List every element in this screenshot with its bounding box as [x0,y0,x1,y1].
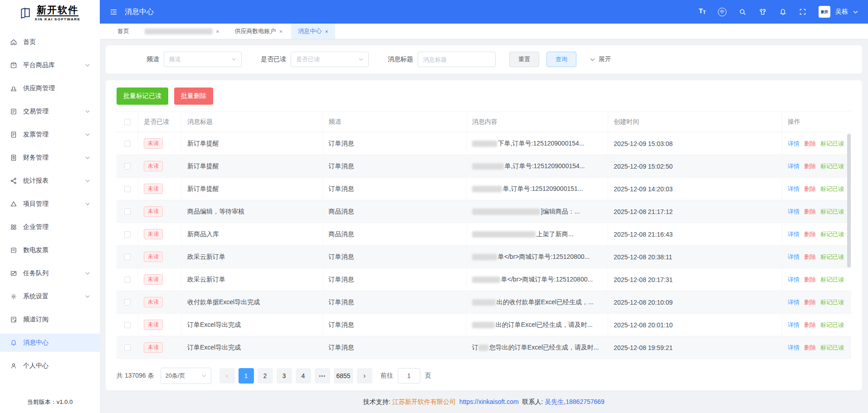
delete-link[interactable]: 删除 [804,185,816,193]
read-status-select[interactable]: 是否已读 [291,52,369,67]
goto-page-input[interactable] [398,368,420,384]
sidebar-item-task-queue[interactable]: 任务队列 [0,264,100,282]
detail-link[interactable]: 详情 [788,344,800,352]
delete-link[interactable]: 删除 [804,321,816,329]
sidebar-item-home[interactable]: 首页 [0,33,100,51]
sidebar-item-supplier-management[interactable]: 供应商管理 [0,79,100,97]
row-checkbox[interactable] [124,209,131,215]
close-icon[interactable]: × [325,28,328,35]
detail-link[interactable]: 详情 [788,230,800,238]
detail-link[interactable]: 详情 [788,298,800,306]
row-checkbox[interactable] [124,186,131,192]
channel-select[interactable]: 频道 [164,52,242,67]
tab-home[interactable]: 首页 [111,24,136,39]
detail-link[interactable]: 详情 [788,185,800,193]
mark-read-link[interactable]: 标记已读 [820,185,844,193]
page-button-3[interactable]: 3 [277,368,292,384]
delete-link[interactable]: 删除 [804,140,816,148]
sidebar-item-product-library[interactable]: 平台商品库 [0,56,100,74]
row-checkbox[interactable] [124,299,131,306]
mark-read-link[interactable]: 标记已读 [820,298,844,306]
website-link[interactable]: https://xinkaisoft.com [459,398,519,405]
page-button-2[interactable]: 2 [258,368,273,384]
mark-read-link[interactable]: 标记已读 [820,344,844,352]
bell-icon[interactable] [779,8,787,16]
sidebar-item-finance-management[interactable]: 财务管理 [0,149,100,167]
chevron-down-icon [590,58,595,61]
page-button-1[interactable]: 1 [239,368,254,384]
batch-mark-read-button[interactable]: 批量标记已读 [117,87,168,105]
sidebar-item-trade-management[interactable]: 交易管理 [0,102,100,121]
tab-masked[interactable]: × [138,24,226,39]
avatar[interactable]: 新开 [819,6,830,18]
sidebar-item-enterprise-management[interactable]: 企业管理 [0,218,100,236]
next-page-button[interactable]: › [357,368,372,384]
delete-link[interactable]: 删除 [804,298,816,306]
sidebar-item-personal-center[interactable]: 个人中心 [0,357,100,375]
row-checkbox[interactable] [124,231,131,238]
delete-link[interactable]: 删除 [804,230,816,238]
delete-link[interactable]: 删除 [804,208,816,216]
page-button-4[interactable]: 4 [296,368,311,384]
tab-supplier-digital-account[interactable]: 供应商数电账户 × [228,24,290,39]
detail-link[interactable]: 详情 [788,321,800,329]
mark-read-link[interactable]: 标记已读 [820,321,844,329]
mark-read-link[interactable]: 标记已读 [820,230,844,238]
detail-link[interactable]: 详情 [788,253,800,261]
page-title: 消息中心 [125,7,154,17]
detail-link[interactable]: 详情 [788,276,800,284]
mark-read-link[interactable]: 标记已读 [820,162,844,170]
detail-link[interactable]: 详情 [788,208,800,216]
contact-phone[interactable]: 吴先生,18862757669 [545,398,605,405]
page-button-6855[interactable]: 6855 [334,368,353,384]
message-title-input[interactable] [418,52,496,67]
chevron-down-icon[interactable] [853,10,858,14]
sidebar-item-channel-subscription[interactable]: 频道订阅 [0,311,100,329]
table-header: 是否已读 消息标题 频道 消息内容 创建时间 操作 [117,112,851,132]
sidebar-item-invoice-management[interactable]: 发票管理 [0,126,100,144]
row-checkbox[interactable] [124,277,131,283]
username[interactable]: 吴栋 [835,8,848,16]
prev-page-button[interactable]: ‹ [219,368,235,384]
close-icon[interactable]: × [216,28,219,35]
page-content: 频道 频道 是否已读 是否已读 消息标题 重置 查询 [100,39,868,413]
search-icon[interactable] [739,8,746,16]
font-size-icon[interactable]: TT [699,8,706,16]
delete-link[interactable]: 删除 [804,344,816,352]
language-icon[interactable]: 中 [718,8,727,16]
company-link[interactable]: 江苏新开软件有限公司 [392,398,456,405]
detail-link[interactable]: 详情 [788,140,800,148]
close-icon[interactable]: × [279,28,283,35]
sidebar-item-digital-invoice[interactable]: 数电发票 [0,241,100,259]
sidebar-item-system-settings[interactable]: 系统设置 [0,287,100,306]
row-checkbox[interactable] [124,345,131,351]
sidebar-item-statistics-reports[interactable]: 统计报表 [0,172,100,190]
select-all-checkbox[interactable] [124,119,131,125]
detail-link[interactable]: 详情 [788,162,800,170]
grid-icon [10,224,17,231]
delete-link[interactable]: 删除 [804,276,816,284]
row-checkbox[interactable] [124,163,131,170]
theme-icon[interactable] [759,8,767,16]
mark-read-link[interactable]: 标记已读 [820,253,844,261]
delete-link[interactable]: 删除 [804,253,816,261]
menu-fold-icon[interactable] [110,8,117,16]
row-checkbox[interactable] [124,322,131,328]
fullscreen-icon[interactable] [799,8,806,15]
expand-toggle[interactable]: 展开 [590,55,611,63]
row-checkbox[interactable] [124,254,131,260]
sidebar-item-project-management[interactable]: 项目管理 [0,195,100,213]
reset-button[interactable]: 重置 [509,52,539,67]
sidebar-item-message-center[interactable]: 消息中心 [0,334,100,352]
delete-link[interactable]: 删除 [804,162,816,170]
tab-message-center[interactable]: 消息中心 × [291,24,335,39]
more-pages-button[interactable]: ••• [315,368,330,384]
mark-read-link[interactable]: 标记已读 [820,208,844,216]
mark-read-link[interactable]: 标记已读 [820,140,844,148]
table-scrollbar[interactable] [847,134,851,267]
batch-delete-button[interactable]: 批量删除 [174,87,213,105]
mark-read-link[interactable]: 标记已读 [820,276,844,284]
query-button[interactable]: 查询 [546,52,576,67]
page-size-select[interactable]: 20条/页 [161,368,211,384]
row-checkbox[interactable] [124,141,131,147]
